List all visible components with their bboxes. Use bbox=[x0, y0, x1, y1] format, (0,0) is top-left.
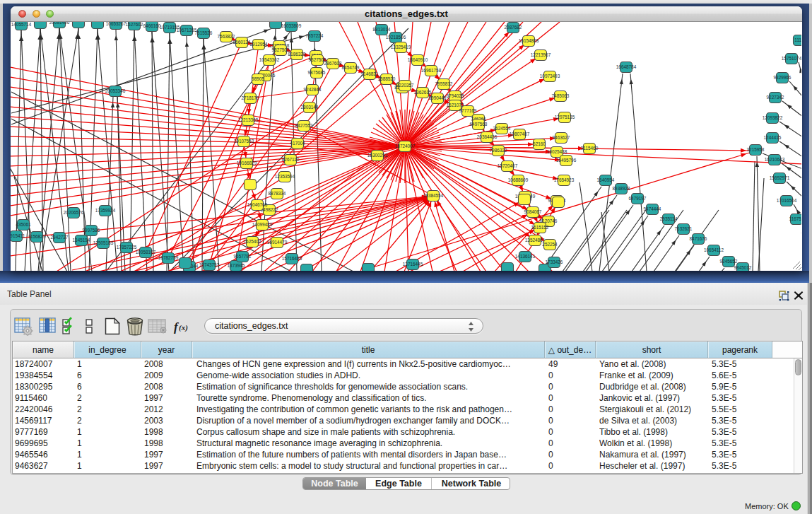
svg-text:12213369: 12213369 bbox=[238, 117, 259, 122]
svg-text:10743753: 10743753 bbox=[199, 262, 220, 267]
svg-text:20091406: 20091406 bbox=[49, 22, 70, 25]
svg-text:7986322: 7986322 bbox=[490, 148, 507, 153]
svg-text:9329966: 9329966 bbox=[774, 75, 792, 80]
svg-text:2935114: 2935114 bbox=[660, 216, 678, 221]
svg-text:9777169: 9777169 bbox=[459, 108, 477, 113]
svg-text:1527602: 1527602 bbox=[126, 22, 143, 27]
svg-text:9146821: 9146821 bbox=[361, 71, 379, 76]
svg-text:17654923: 17654923 bbox=[554, 177, 575, 182]
svg-text:98905: 98905 bbox=[252, 76, 264, 81]
svg-text:10973493: 10973493 bbox=[540, 74, 560, 78]
svg-text:16046766: 16046766 bbox=[247, 202, 268, 207]
svg-text:6794028: 6794028 bbox=[447, 93, 464, 98]
svg-text:14136141: 14136141 bbox=[515, 254, 536, 259]
svg-text:2803144: 2803144 bbox=[301, 105, 319, 110]
svg-text:20206576: 20206576 bbox=[64, 210, 84, 215]
svg-text:16782759: 16782759 bbox=[158, 255, 179, 260]
svg-text:9242848: 9242848 bbox=[304, 87, 322, 92]
svg-text:2942737: 2942737 bbox=[51, 235, 69, 240]
svg-text:1112: 1112 bbox=[794, 37, 801, 42]
svg-text:6497568: 6497568 bbox=[470, 122, 488, 127]
svg-text:13325419: 13325419 bbox=[391, 45, 411, 49]
svg-text:9115460: 9115460 bbox=[581, 146, 599, 151]
svg-text:12093822: 12093822 bbox=[763, 115, 783, 120]
svg-text:16210643: 16210643 bbox=[765, 157, 785, 162]
svg-text:7625402: 7625402 bbox=[244, 239, 261, 244]
svg-text:6479197: 6479197 bbox=[629, 196, 647, 201]
svg-text:8427552: 8427552 bbox=[295, 123, 313, 128]
svg-text:1345194: 1345194 bbox=[73, 238, 90, 243]
svg-text:9463627: 9463627 bbox=[553, 135, 570, 140]
svg-text:20364436: 20364436 bbox=[477, 134, 498, 139]
svg-text:19166829: 19166829 bbox=[237, 160, 257, 165]
svg-text:19218506: 19218506 bbox=[386, 35, 406, 40]
svg-text:12505185: 12505185 bbox=[93, 240, 114, 245]
svg-text:14099489: 14099489 bbox=[252, 222, 273, 227]
svg-text:18640910: 18640910 bbox=[408, 57, 428, 62]
svg-text:62160: 62160 bbox=[533, 141, 546, 146]
svg-text:8813014: 8813014 bbox=[373, 27, 391, 32]
svg-text:1362615: 1362615 bbox=[414, 90, 432, 95]
svg-text:15692971: 15692971 bbox=[770, 175, 790, 180]
svg-text:17016504: 17016504 bbox=[777, 198, 797, 203]
svg-text:9657791: 9657791 bbox=[234, 254, 252, 259]
svg-text:8660124: 8660124 bbox=[233, 40, 251, 45]
svg-text:1615152: 1615152 bbox=[531, 225, 549, 230]
svg-text:1373945: 1373945 bbox=[228, 263, 245, 268]
svg-text:1640954: 1640954 bbox=[597, 177, 615, 182]
svg-text:15720407: 15720407 bbox=[498, 163, 518, 168]
svg-text:1621072: 1621072 bbox=[447, 103, 464, 107]
svg-text:10654112: 10654112 bbox=[704, 247, 724, 252]
svg-text:16961758: 16961758 bbox=[421, 68, 442, 73]
svg-text:1244415: 1244415 bbox=[764, 135, 782, 140]
svg-text:16033809: 16033809 bbox=[281, 23, 302, 28]
svg-text:8220357: 8220357 bbox=[396, 83, 414, 88]
svg-text:2867608: 2867608 bbox=[324, 61, 342, 66]
svg-text:10653267: 10653267 bbox=[106, 22, 126, 26]
svg-text:15300293: 15300293 bbox=[367, 153, 388, 158]
svg-text:252254: 252254 bbox=[542, 242, 558, 247]
svg-text:9474444: 9474444 bbox=[644, 206, 661, 211]
svg-text:7485063: 7485063 bbox=[552, 93, 570, 98]
svg-text:9245652: 9245652 bbox=[720, 259, 738, 264]
svg-text:8471676: 8471676 bbox=[690, 236, 707, 241]
svg-text:10671355: 10671355 bbox=[177, 28, 197, 33]
svg-text:19384554: 19384554 bbox=[423, 193, 444, 198]
svg-text:6466160: 6466160 bbox=[143, 23, 161, 28]
svg-text:417004: 417004 bbox=[290, 141, 305, 146]
svg-text:16154808: 16154808 bbox=[519, 38, 539, 43]
svg-text:12213967: 12213967 bbox=[531, 52, 551, 57]
svg-text:116753: 116753 bbox=[789, 216, 801, 221]
svg-text:9827503: 9827503 bbox=[272, 47, 290, 52]
svg-text:7955812: 7955812 bbox=[435, 81, 453, 86]
svg-text:12975135: 12975135 bbox=[555, 115, 575, 119]
svg-text:10958107: 10958107 bbox=[136, 250, 156, 255]
svg-text:435061: 435061 bbox=[16, 222, 31, 227]
svg-text:16495796: 16495796 bbox=[556, 158, 577, 163]
svg-text:10025438: 10025438 bbox=[547, 149, 567, 154]
svg-text:(x): (x) bbox=[179, 323, 188, 332]
svg-text:9997586: 9997586 bbox=[83, 228, 100, 233]
svg-text:7563822: 7563822 bbox=[218, 34, 235, 39]
svg-text:8878334: 8878334 bbox=[269, 191, 286, 196]
svg-text:1733426: 1733426 bbox=[546, 259, 563, 264]
svg-text:8912954: 8912954 bbox=[250, 42, 268, 47]
svg-text:13716445: 13716445 bbox=[403, 262, 423, 267]
svg-text:8938928: 8938928 bbox=[613, 186, 630, 191]
svg-text:7857224: 7857224 bbox=[306, 33, 324, 38]
svg-text:7515526: 7515526 bbox=[195, 30, 213, 35]
svg-text:10688609: 10688609 bbox=[508, 177, 529, 182]
svg-text:15751074: 15751074 bbox=[782, 56, 801, 61]
svg-text:12353594: 12353594 bbox=[275, 174, 295, 179]
svg-text:8990448: 8990448 bbox=[429, 95, 447, 100]
svg-text:8454749: 8454749 bbox=[342, 65, 360, 70]
svg-text:3624554: 3624554 bbox=[493, 126, 511, 131]
svg-text:3215958: 3215958 bbox=[747, 147, 765, 152]
svg-text:1156829: 1156829 bbox=[28, 234, 46, 239]
svg-text:16648784: 16648784 bbox=[616, 64, 637, 69]
svg-text:17857225: 17857225 bbox=[117, 245, 137, 250]
svg-text:3915411: 3915411 bbox=[11, 233, 25, 238]
svg-text:7632621: 7632621 bbox=[675, 226, 693, 231]
svg-text:9084067: 9084067 bbox=[524, 209, 542, 214]
svg-text:18724007: 18724007 bbox=[395, 144, 416, 148]
